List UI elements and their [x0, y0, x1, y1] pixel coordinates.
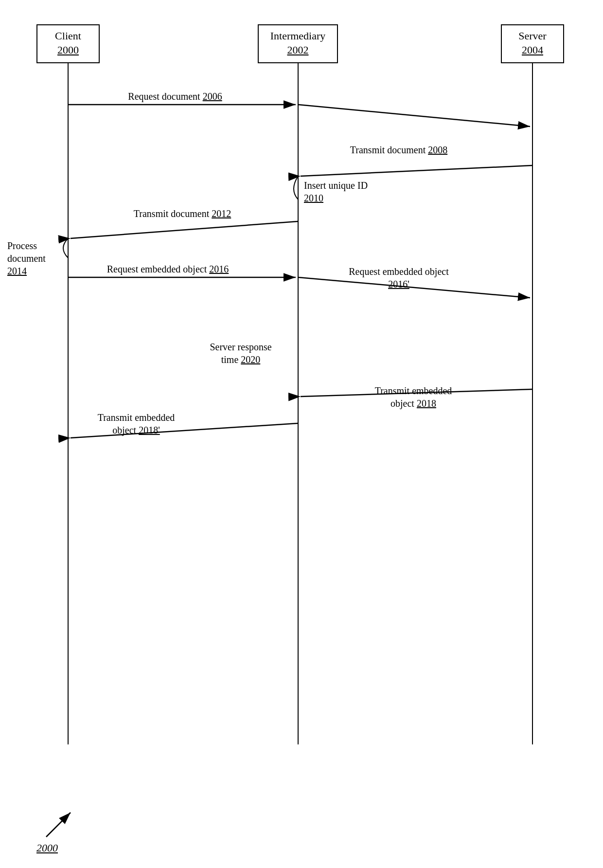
process-doc-2014-label: Process document2014	[7, 239, 63, 277]
insert-id-squiggle	[294, 176, 298, 199]
intermediary-entity: Intermediary 2002	[258, 24, 338, 63]
req-embedded-2016-prime-label: Request embedded object2016'	[331, 265, 467, 290]
server-response-time-label: Server responsetime 2020	[190, 341, 292, 366]
figure-label: 2000	[36, 842, 58, 854]
server-num: 2004	[522, 44, 543, 56]
intermediary-num: 2002	[287, 44, 309, 56]
server-label: Server	[518, 30, 546, 42]
transmit-doc-2012-label: Transmit document 2012	[107, 207, 258, 220]
req-doc-2006-label: Request document 2006	[107, 90, 243, 103]
req-embedded-2016-label: Request embedded object 2016	[90, 263, 246, 275]
transmit-doc-2008-label: Transmit document 2008	[331, 144, 467, 156]
transmit-doc-2008-arrow	[301, 165, 532, 176]
client-num: 2000	[57, 44, 79, 56]
transmit-embedded-2018-label: Transmit embeddedobject 2018	[350, 384, 477, 410]
sequence-diagram: Client 2000 Intermediary 2002 Server 200…	[0, 0, 603, 868]
figure-num: 2000	[36, 842, 58, 854]
intermediary-label: Intermediary	[270, 30, 326, 42]
transmit-embedded-2018-prime-label: Transmit embeddedobject 2018'	[75, 411, 197, 436]
client-entity: Client 2000	[36, 24, 100, 63]
client-label: Client	[55, 30, 81, 42]
figure-arrow	[46, 813, 71, 837]
process-doc-squiggle	[63, 238, 68, 258]
insert-unique-id-2010-label: Insert unique ID2010	[304, 179, 416, 204]
transmit-doc-2012-arrow	[71, 221, 298, 238]
req-doc-to-server-arrow	[298, 105, 530, 127]
server-entity: Server 2004	[501, 24, 564, 63]
